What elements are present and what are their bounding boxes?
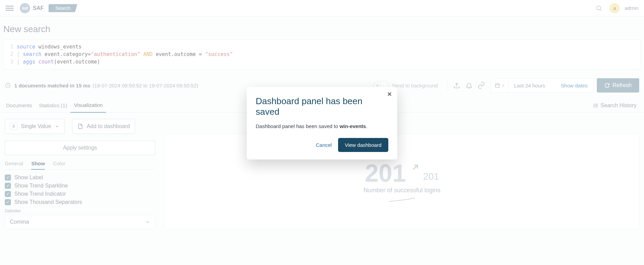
tab-statistics[interactable]: Statistics (1) — [36, 99, 71, 112]
check-label: Show Trend Sparkline — [14, 183, 68, 189]
add-to-dashboard-button[interactable]: Add to dashboard — [72, 119, 135, 134]
add-to-dashboard-label: Add to dashboard — [87, 123, 130, 129]
search-icon[interactable] — [595, 4, 603, 12]
metric-value: 201 — [365, 161, 406, 185]
modal-body-text: Dashboard panel has been saved to — [256, 123, 339, 129]
show-dates-link[interactable]: Show dates — [555, 83, 593, 88]
svg-rect-6 — [495, 84, 499, 87]
calendar-icon[interactable] — [491, 79, 509, 92]
match-count: 1 documents matched in 15 ms — [14, 83, 91, 88]
gutter: 1 — [4, 43, 17, 51]
user-name[interactable]: admin — [625, 5, 639, 11]
share-icon[interactable] — [452, 80, 462, 90]
view-dashboard-button[interactable]: View dashboard — [338, 138, 388, 152]
tab-documents[interactable]: Documents — [3, 99, 36, 112]
gutter: 2 — [4, 51, 17, 58]
clock-icon — [5, 82, 11, 88]
link-icon[interactable] — [476, 80, 486, 90]
metric-label: Number of successful logins — [363, 187, 440, 194]
modal-body: Dashboard panel has been saved to win-ev… — [256, 123, 388, 129]
refresh-label: Refresh — [613, 82, 632, 88]
checkbox-icon: ✓ — [5, 191, 11, 197]
check-show-trend[interactable]: ✓Show Trend Indicator — [5, 191, 155, 197]
apply-settings-button[interactable]: Apply settings — [5, 141, 155, 155]
menu-icon[interactable] — [5, 4, 14, 12]
svg-line-16 — [413, 165, 417, 170]
checkbox-icon: ✓ — [5, 175, 11, 181]
page-title: New search — [0, 16, 644, 39]
checkbox-icon: ✓ — [5, 183, 11, 189]
svg-point-13 — [594, 104, 594, 104]
settings-tab-general[interactable]: General — [5, 161, 23, 169]
delimiter-label: Delimiter — [5, 209, 155, 213]
query-editor[interactable]: 1source windows_events 2| search event.c… — [3, 39, 641, 69]
top-bar: saf SAF Search a admin — [0, 0, 644, 16]
document-icon — [77, 123, 83, 129]
trend-up-icon — [411, 161, 420, 172]
check-label: Show Label — [14, 175, 43, 181]
time-range-text: Last 24 hours — [509, 83, 555, 88]
show-options: ✓Show Label ✓Show Trend Sparkline ✓Show … — [5, 175, 155, 205]
svg-point-14 — [594, 105, 594, 106]
settings-tab-color[interactable]: Color — [53, 161, 65, 169]
save-confirmation-modal: ✕ Dashboard panel has been saved Dashboa… — [247, 87, 397, 159]
check-label: Show Thousand Separators — [14, 199, 82, 205]
app-logo[interactable]: saf — [20, 3, 30, 13]
metric-previous: 201 — [423, 171, 439, 185]
svg-line-1 — [600, 9, 602, 11]
svg-point-15 — [594, 107, 594, 107]
check-show-separators[interactable]: ✓Show Thousand Separators — [5, 199, 155, 205]
chevron-down-icon — [145, 220, 150, 224]
code-line[interactable]: | search event.category="authentication"… — [17, 51, 233, 58]
list-icon — [593, 103, 599, 108]
viz-type-badge: 8 — [10, 123, 17, 130]
settings-tabs: General Show Color — [5, 161, 155, 170]
match-range: (18-07-2024 09:50:52 to 19-07-2024 09:50… — [93, 83, 198, 88]
gutter: 3 — [4, 58, 17, 66]
search-history-label: Search History — [601, 102, 636, 109]
code-line[interactable]: | aggs count(event.outcome) — [17, 58, 100, 66]
viz-settings-panel: 8 Single Value Add to dashboard Apply se… — [5, 119, 155, 229]
svg-point-0 — [596, 6, 601, 10]
avatar[interactable]: a — [609, 3, 620, 13]
modal-dashboard-name: win-events — [339, 123, 366, 129]
settings-tab-show[interactable]: Show — [31, 161, 45, 170]
search-history-button[interactable]: Search History — [588, 102, 641, 109]
code-line[interactable]: source windows_events — [17, 43, 82, 51]
divider — [447, 80, 448, 90]
cancel-button[interactable]: Cancel — [316, 142, 332, 148]
viz-canvas: 201 201 Number of successful logins — [165, 134, 639, 229]
refresh-button[interactable]: Refresh — [597, 78, 639, 93]
delimiter-select[interactable]: Comma — [5, 215, 155, 229]
nav-pill-search[interactable]: Search — [49, 4, 77, 12]
sparkline — [388, 197, 416, 202]
app-name: SAF — [33, 5, 44, 11]
chevron-down-icon — [55, 124, 59, 129]
viz-type-label: Single Value — [21, 123, 51, 129]
background-toggle-label: Send to background — [392, 83, 438, 88]
bell-icon[interactable] — [464, 80, 474, 90]
time-range-picker[interactable]: Last 24 hours Show dates — [491, 78, 593, 93]
checkbox-icon: ✓ — [5, 199, 11, 205]
check-show-label[interactable]: ✓Show Label — [5, 175, 155, 181]
check-label: Show Trend Indicator — [14, 191, 66, 197]
modal-title: Dashboard panel has been saved — [256, 96, 388, 117]
delimiter-value: Comma — [10, 219, 29, 225]
check-show-sparkline[interactable]: ✓Show Trend Sparkline — [5, 183, 155, 189]
tab-visualization[interactable]: Visualization — [70, 99, 106, 113]
close-icon[interactable]: ✕ — [386, 90, 393, 98]
viz-type-select[interactable]: 8 Single Value — [5, 119, 65, 134]
modal-body-suffix: . — [366, 123, 367, 129]
refresh-icon — [604, 83, 610, 88]
